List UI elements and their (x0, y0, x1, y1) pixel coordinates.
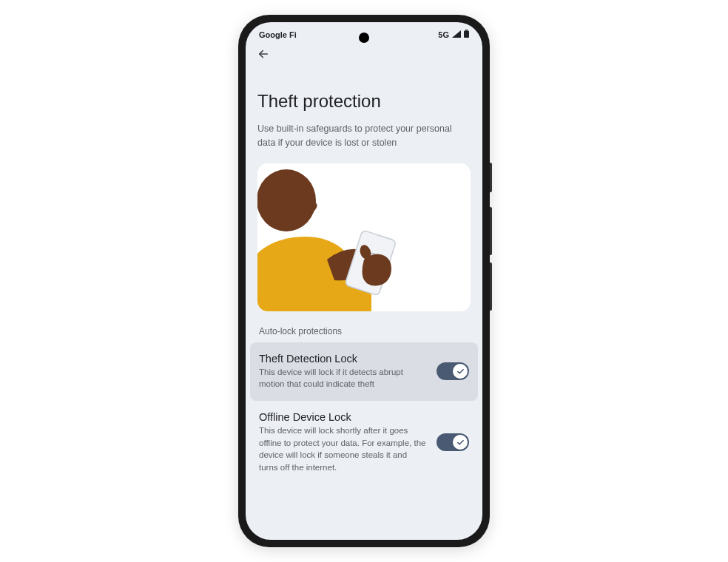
top-app-bar (246, 42, 482, 69)
section-label: Auto-lock protections (257, 326, 471, 336)
phone-frame: Google Fi 5G Theft protection Us (238, 15, 490, 547)
setting-offline-device-lock[interactable]: Offline Device Lock This device will loc… (257, 401, 471, 484)
setting-title: Theft Detection Lock (259, 353, 428, 365)
svg-rect-1 (464, 31, 469, 38)
setting-description: This device will lock shortly after it g… (259, 424, 428, 474)
setting-description: This device will lock if it detects abru… (259, 366, 428, 390)
toggle-offline-lock[interactable] (437, 433, 469, 451)
svg-rect-0 (465, 30, 468, 31)
setting-title: Offline Device Lock (259, 411, 428, 423)
signal-icon (452, 30, 461, 39)
check-icon (453, 364, 468, 379)
setting-theft-detection-lock[interactable]: Theft Detection Lock This device will lo… (250, 342, 478, 401)
check-icon (453, 435, 468, 450)
volume-down-button[interactable] (490, 263, 492, 311)
toggle-theft-detection[interactable] (437, 362, 469, 380)
screen: Google Fi 5G Theft protection Us (246, 22, 482, 540)
power-button[interactable] (490, 163, 492, 192)
battery-icon (464, 30, 469, 39)
volume-up-button[interactable] (490, 207, 492, 255)
network-label: 5G (438, 30, 449, 39)
back-button[interactable] (256, 47, 271, 61)
page-title: Theft protection (257, 91, 471, 112)
hero-illustration (257, 163, 471, 311)
svg-point-4 (257, 169, 316, 231)
carrier-label: Google Fi (259, 30, 297, 39)
page-description: Use built-in safeguards to protect your … (257, 122, 471, 150)
page-content: Theft protection Use built-in safeguards… (246, 91, 482, 484)
front-camera (359, 33, 369, 43)
